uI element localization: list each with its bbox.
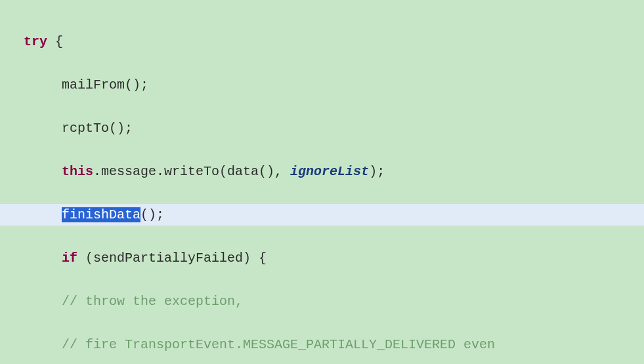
keyword-this: this <box>62 164 93 179</box>
close-paren: ); <box>369 164 385 179</box>
code-line-2[interactable]: mailFrom(); <box>24 74 644 96</box>
call-rest: (); <box>140 207 164 222</box>
code-line-5-highlighted[interactable]: finishData(); <box>0 204 644 226</box>
comment-line: // throw the exception, <box>62 294 243 309</box>
code-line-7[interactable]: // throw the exception, <box>24 291 644 312</box>
selection-finishdata[interactable]: finishData <box>62 207 140 222</box>
comment-line: // fire TransportEvent.MESSAGE_PARTIALLY… <box>62 337 495 352</box>
call-writeto: writeTo(data(), <box>164 164 290 179</box>
condition: (sendPartiallyFailed) { <box>77 251 267 266</box>
dot: . <box>156 164 164 179</box>
code-line-3[interactable]: rcptTo(); <box>24 117 644 139</box>
keyword-try: try <box>24 34 47 49</box>
brace-open: { <box>47 34 63 49</box>
code-editor[interactable]: try { mailFrom(); rcptTo(); this.message… <box>0 0 644 364</box>
code-line-6[interactable]: if (sendPartiallyFailed) { <box>24 247 644 269</box>
keyword-if: if <box>62 251 77 266</box>
call-mailfrom: mailFrom(); <box>62 77 148 92</box>
code-line-4[interactable]: this.message.writeTo(data(), ignoreList)… <box>24 161 644 182</box>
code-line-1[interactable]: try { <box>24 31 644 52</box>
call-rcptto: rcptTo(); <box>62 121 133 136</box>
prop-message: message <box>101 164 156 179</box>
dot: . <box>93 164 101 179</box>
code-line-8[interactable]: // fire TransportEvent.MESSAGE_PARTIALLY… <box>24 334 644 355</box>
param-ignorelist: ignoreList <box>290 164 369 179</box>
